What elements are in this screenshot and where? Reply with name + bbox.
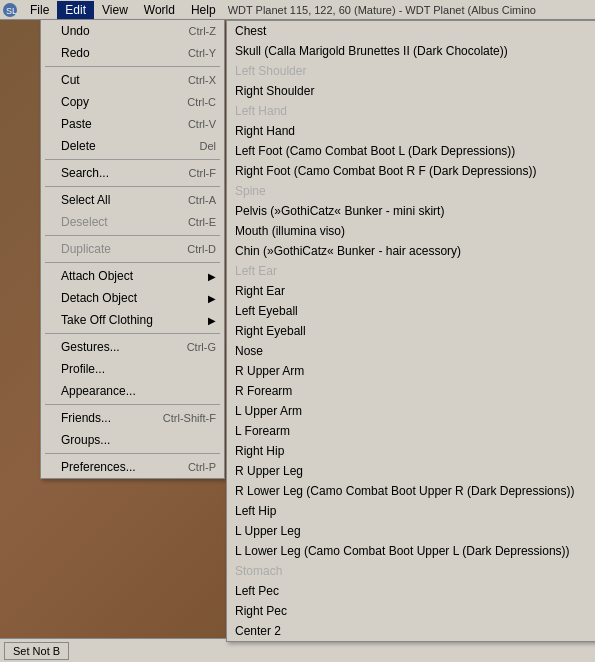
submenu-nose[interactable]: Nose: [227, 341, 595, 361]
submenu-left-eyeball[interactable]: Left Eyeball: [227, 301, 595, 321]
menu-copy[interactable]: Copy Ctrl-C: [41, 91, 224, 113]
menu-undo[interactable]: Undo Ctrl-Z: [41, 20, 224, 42]
submenu-l-upper-arm[interactable]: L Upper Arm: [227, 401, 595, 421]
menu-paste[interactable]: Paste Ctrl-V: [41, 113, 224, 135]
menubar-help[interactable]: Help: [183, 1, 224, 19]
menu-groups[interactable]: Groups...: [41, 429, 224, 451]
window-title: WDT Planet 115, 122, 60 (Mature) - WDT P…: [228, 4, 536, 16]
separator-2: [45, 159, 220, 160]
submenu-l-upper-leg[interactable]: L Upper Leg: [227, 521, 595, 541]
submenu-chin[interactable]: Chin (»GothiCatz« Bunker - hair acessory…: [227, 241, 595, 261]
separator-8: [45, 453, 220, 454]
menu-duplicate[interactable]: Duplicate Ctrl-D: [41, 238, 224, 260]
submenu-r-upper-leg[interactable]: R Upper Leg: [227, 461, 595, 481]
menu-detach-object[interactable]: Detach Object ▶: [41, 287, 224, 309]
menubar: SL File Edit View World Help WDT Planet …: [0, 0, 595, 20]
submenu-center-2[interactable]: Center 2: [227, 621, 595, 641]
submenu-right-foot[interactable]: Right Foot (Camo Combat Boot R F (Dark D…: [227, 161, 595, 181]
submenu-chest[interactable]: Chest: [227, 21, 595, 41]
menu-search[interactable]: Search... Ctrl-F: [41, 162, 224, 184]
menu-delete[interactable]: Delete Del: [41, 135, 224, 157]
menu-cut[interactable]: Cut Ctrl-X: [41, 69, 224, 91]
attach-submenu: Chest Skull (Calla Marigold Brunettes II…: [226, 20, 595, 642]
menu-attach-object[interactable]: Attach Object ▶: [41, 265, 224, 287]
menu-deselect[interactable]: Deselect Ctrl-E: [41, 211, 224, 233]
submenu-skull[interactable]: Skull (Calla Marigold Brunettes II (Dark…: [227, 41, 595, 61]
submenu-left-pec[interactable]: Left Pec: [227, 581, 595, 601]
menu-friends[interactable]: Friends... Ctrl-Shift-F: [41, 407, 224, 429]
menu-preferences[interactable]: Preferences... Ctrl-P: [41, 456, 224, 478]
submenu-l-lower-leg[interactable]: L Lower Leg (Camo Combat Boot Upper L (D…: [227, 541, 595, 561]
submenu-right-hip[interactable]: Right Hip: [227, 441, 595, 461]
separator-3: [45, 186, 220, 187]
menubar-world[interactable]: World: [136, 1, 183, 19]
submenu-left-shoulder[interactable]: Left Shoulder: [227, 61, 595, 81]
separator-1: [45, 66, 220, 67]
separator-7: [45, 404, 220, 405]
separator-5: [45, 262, 220, 263]
submenu-left-ear[interactable]: Left Ear: [227, 261, 595, 281]
menu-take-off-clothing[interactable]: Take Off Clothing ▶: [41, 309, 224, 331]
set-not-busy-button[interactable]: Set Not B: [4, 642, 69, 660]
submenu-r-upper-arm[interactable]: R Upper Arm: [227, 361, 595, 381]
submenu-right-eyeball[interactable]: Right Eyeball: [227, 321, 595, 341]
menubar-view[interactable]: View: [94, 1, 136, 19]
menu-redo[interactable]: Redo Ctrl-Y: [41, 42, 224, 64]
menubar-file[interactable]: File: [22, 1, 57, 19]
app-logo: SL: [2, 2, 18, 18]
submenu-mouth[interactable]: Mouth (illumina viso): [227, 221, 595, 241]
menu-select-all[interactable]: Select All Ctrl-A: [41, 189, 224, 211]
menu-profile[interactable]: Profile...: [41, 358, 224, 380]
menu-appearance[interactable]: Appearance...: [41, 380, 224, 402]
menu-gestures[interactable]: Gestures... Ctrl-G: [41, 336, 224, 358]
svg-text:SL: SL: [6, 6, 17, 16]
menubar-edit[interactable]: Edit: [57, 1, 94, 19]
submenu-left-hip[interactable]: Left Hip: [227, 501, 595, 521]
submenu-r-lower-leg[interactable]: R Lower Leg (Camo Combat Boot Upper R (D…: [227, 481, 595, 501]
submenu-l-forearm[interactable]: L Forearm: [227, 421, 595, 441]
submenu-left-hand[interactable]: Left Hand: [227, 101, 595, 121]
submenu-spine[interactable]: Spine: [227, 181, 595, 201]
submenu-right-hand[interactable]: Right Hand: [227, 121, 595, 141]
submenu-right-shoulder[interactable]: Right Shoulder: [227, 81, 595, 101]
submenu-stomach[interactable]: Stomach: [227, 561, 595, 581]
submenu-r-forearm[interactable]: R Forearm: [227, 381, 595, 401]
separator-6: [45, 333, 220, 334]
edit-menu: Undo Ctrl-Z Redo Ctrl-Y Cut Ctrl-X Copy …: [40, 20, 225, 479]
submenu-right-ear[interactable]: Right Ear: [227, 281, 595, 301]
submenu-pelvis[interactable]: Pelvis (»GothiCatz« Bunker - mini skirt): [227, 201, 595, 221]
submenu-left-foot[interactable]: Left Foot (Camo Combat Boot L (Dark Depr…: [227, 141, 595, 161]
submenu-right-pec[interactable]: Right Pec: [227, 601, 595, 621]
separator-4: [45, 235, 220, 236]
